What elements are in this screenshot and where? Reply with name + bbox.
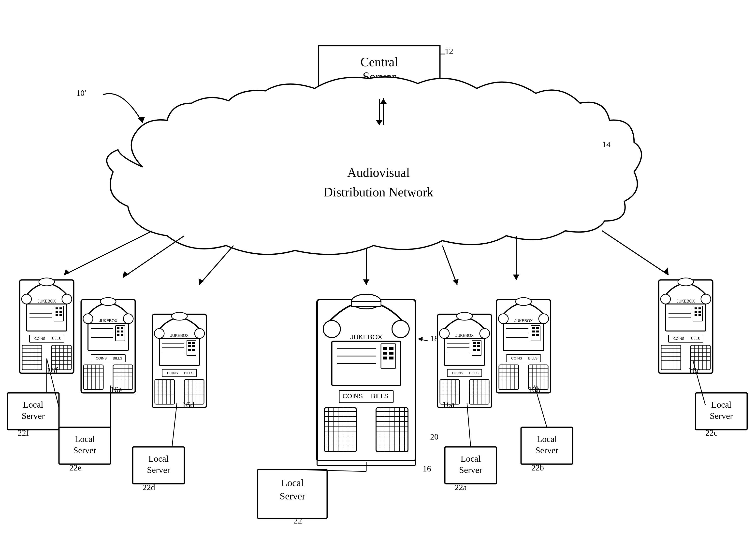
svg-point-109 (83, 314, 93, 324)
ref-22b: 22b (532, 463, 544, 472)
svg-rect-189 (477, 349, 480, 350)
svg-rect-154 (188, 349, 191, 350)
svg-rect-121 (121, 334, 123, 336)
jukebox-16e-label: JUKEBOX (99, 319, 117, 323)
jukebox-16c-label: JUKEBOX (677, 299, 695, 303)
svg-rect-34 (389, 351, 394, 354)
svg-rect-82 (56, 311, 58, 313)
ref-10prime: 10' (76, 88, 86, 97)
svg-rect-116 (117, 327, 119, 329)
main-diagram: Central Server 12 10' Audiovisual Distri… (0, 0, 756, 538)
svg-point-212 (539, 314, 548, 324)
coins-16b: COINS (511, 356, 522, 360)
ref-16b: 16b (528, 385, 540, 394)
svg-rect-217 (531, 326, 540, 341)
svg-rect-185 (477, 342, 480, 344)
local-server-22a-label1: Local (461, 454, 481, 463)
svg-rect-253 (699, 307, 701, 309)
svg-point-143 (154, 329, 164, 338)
jukebox-label-16: JUKEBOX (350, 333, 382, 341)
svg-point-210 (516, 297, 532, 305)
local-server-22-label1: Local (281, 477, 303, 488)
svg-rect-119 (121, 331, 123, 333)
ref-22: 22 (294, 516, 302, 525)
svg-point-72 (39, 278, 55, 286)
svg-rect-187 (477, 345, 480, 347)
ref-16c: 16c (688, 366, 700, 375)
local-server-22c-label1: Local (711, 400, 731, 409)
svg-rect-81 (59, 307, 62, 309)
svg-rect-150 (188, 342, 191, 344)
local-server-22b-label2: Server (535, 446, 558, 455)
ref-20: 20 (430, 432, 438, 441)
svg-rect-120 (117, 334, 119, 336)
coins-label: COINS (343, 392, 363, 400)
svg-rect-35 (383, 356, 387, 359)
svg-rect-36 (389, 356, 394, 359)
svg-rect-222 (532, 334, 535, 336)
network-label-1: Audiovisual (347, 166, 410, 180)
bills-16b: BILLS (528, 356, 537, 360)
local-server-22a-label2: Server (459, 465, 482, 475)
central-server-label: Central (360, 55, 398, 69)
ref-14: 14 (602, 140, 610, 149)
coins-16f: COINS (34, 337, 45, 341)
jukebox-16b: JUKEBOX COINS BILLS (496, 297, 550, 393)
jukebox-16a-label: JUKEBOX (455, 334, 474, 338)
svg-rect-155 (192, 349, 195, 350)
svg-rect-184 (473, 342, 476, 344)
svg-point-178 (480, 329, 490, 338)
ref-22e: 22e (69, 463, 81, 472)
bills-16e: BILLS (113, 356, 122, 360)
svg-rect-23 (351, 301, 381, 306)
local-server-22e-label2: Server (73, 446, 96, 455)
jukebox-16: JUKEBOX COINS BILLS (317, 294, 415, 465)
svg-rect-220 (532, 331, 535, 333)
jukebox-16c: JUKEBOX COINS BILLS (659, 278, 713, 373)
jukebox-16b-label: JUKEBOX (514, 319, 533, 323)
svg-rect-117 (121, 327, 123, 329)
ref-16f: 16f (47, 366, 58, 375)
local-server-22c-label2: Server (710, 411, 733, 421)
jukebox-16d-label: JUKEBOX (170, 334, 189, 338)
svg-rect-152 (188, 345, 191, 347)
svg-point-176 (457, 312, 472, 320)
bills-16a: BILLS (469, 371, 478, 375)
ref-12: 12 (445, 47, 453, 56)
svg-rect-219 (536, 327, 539, 329)
svg-point-245 (661, 294, 670, 304)
ref-16a: 16a (442, 400, 455, 409)
svg-point-246 (701, 294, 711, 304)
svg-rect-33 (383, 351, 387, 354)
ref-22a: 22a (455, 483, 467, 492)
svg-rect-149 (187, 340, 196, 355)
svg-rect-218 (532, 327, 535, 329)
svg-point-244 (678, 278, 694, 286)
svg-rect-255 (699, 311, 701, 313)
ref-16d: 16d (182, 400, 194, 409)
svg-rect-115 (115, 326, 125, 341)
local-server-22e-label1: Local (75, 434, 95, 444)
svg-rect-256 (695, 314, 697, 316)
ref-22d: 22d (143, 483, 155, 492)
svg-rect-85 (59, 314, 62, 316)
coins-16c: COINS (673, 337, 684, 341)
svg-rect-223 (536, 334, 539, 336)
local-server-22d-label1: Local (149, 454, 168, 463)
svg-rect-79 (54, 306, 63, 321)
ref-22f: 22f (18, 428, 29, 437)
svg-point-110 (123, 314, 133, 324)
svg-rect-84 (56, 314, 58, 316)
svg-point-74 (62, 294, 72, 304)
network-label-2: Distribution Network (324, 185, 433, 199)
svg-rect-32 (389, 347, 394, 350)
bills-label: BILLS (371, 392, 389, 400)
svg-point-211 (498, 314, 508, 324)
svg-point-142 (171, 312, 187, 320)
svg-rect-257 (699, 314, 701, 316)
svg-point-73 (22, 294, 31, 304)
svg-rect-183 (472, 340, 481, 355)
svg-rect-80 (56, 307, 58, 309)
bills-16c: BILLS (690, 337, 700, 341)
coins-16d: COINS (167, 371, 178, 375)
